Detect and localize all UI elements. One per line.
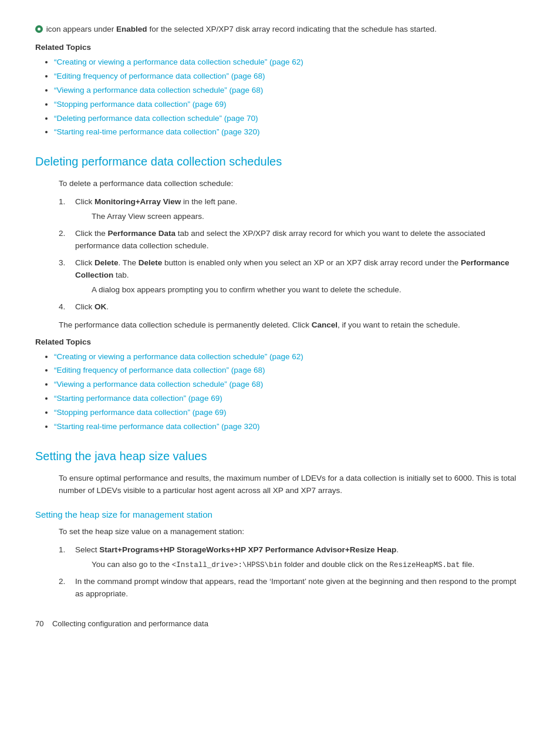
step-3-bold2: Delete <box>139 258 163 267</box>
related-link[interactable]: “Creating or viewing a performance data … <box>54 352 303 361</box>
section-java-heading: Setting the java heap size values <box>35 447 525 465</box>
related-link[interactable]: “Deleting performance data collection sc… <box>54 114 258 123</box>
footer-row: 70 Collecting configuration and performa… <box>35 618 525 630</box>
step-1-bold: Monitoring+Array View <box>95 197 181 206</box>
section-java-intro: To ensure optimal performance and result… <box>59 472 525 497</box>
related-link[interactable]: “Starting performance data collection” (… <box>54 394 222 403</box>
section-delete: Deleting performance data collection sch… <box>35 153 525 331</box>
related-topics-header-2: Related Topics <box>35 336 525 349</box>
green-circle-icon <box>35 25 43 33</box>
intro-paragraph: icon appears under Enabled for the selec… <box>35 23 525 36</box>
list-item: “Creating or viewing a performance data … <box>54 56 525 69</box>
section-java: Setting the java heap size values To ens… <box>35 447 525 600</box>
delete-conclusion: The performance data collection schedule… <box>59 319 525 332</box>
section-delete-heading: Deleting performance data collection sch… <box>35 153 525 171</box>
heap-step-2: In the command prompt window that appear… <box>59 576 525 600</box>
heap-step-2-text: In the command prompt window that appear… <box>75 577 516 598</box>
conclusion-bold-cancel: Cancel <box>312 320 338 329</box>
related-link[interactable]: “Viewing a performance data collection s… <box>54 86 263 94</box>
related-link[interactable]: “Editing frequency of performance data c… <box>54 366 265 374</box>
step-1: Click Monitoring+Array View in the left … <box>59 196 525 223</box>
list-item: “Viewing a performance data collection s… <box>54 379 525 391</box>
step-1-sub: The Array View screen appears. <box>92 211 525 223</box>
related-topics-header-1: Related Topics <box>35 42 525 54</box>
related-topics-section-1: Related Topics “Creating or viewing a pe… <box>35 42 525 139</box>
related-list-1: “Creating or viewing a performance data … <box>35 56 525 139</box>
step-3-bold1: Delete <box>95 258 119 267</box>
step-2-text: Click the Performance Data tab and selec… <box>75 229 485 250</box>
step-4-text: Click OK. <box>75 302 109 311</box>
list-item: “Starting real-time performance data col… <box>54 126 525 139</box>
heap-step-1: Select Start+Programs+HP StorageWorks+HP… <box>59 544 525 571</box>
intro-text-after: for the selected XP/XP7 disk array recor… <box>147 25 437 33</box>
list-item: “Stopping performance data collection” (… <box>54 99 525 111</box>
intro-bold-enabled: Enabled <box>116 25 147 33</box>
step-1-text: Click Monitoring+Array View in the left … <box>75 197 237 206</box>
step-3-text: Click Delete. The Delete button is enabl… <box>75 258 509 279</box>
heap-step-1-text: Select Start+Programs+HP StorageWorks+HP… <box>75 545 399 554</box>
heap-step-1-bold: Start+Programs+HP StorageWorks+HP XP7 Pe… <box>99 545 396 554</box>
page-number-value: 70 <box>35 619 43 628</box>
list-item: “Viewing a performance data collection s… <box>54 85 525 97</box>
list-item: “Starting performance data collection” (… <box>54 393 525 405</box>
heap-step-1-sub: You can also go to the <Install_drive>:\… <box>92 559 525 571</box>
list-item: “Creating or viewing a performance data … <box>54 351 525 363</box>
list-item: “Editing frequency of performance data c… <box>54 364 525 377</box>
section-delete-intro: To delete a performance data collection … <box>59 178 525 190</box>
intro-text-before-bold: icon appears under <box>46 25 116 33</box>
related-link[interactable]: “Starting real-time performance data col… <box>54 422 259 431</box>
conclusion-text: The performance data collection schedule… <box>59 320 460 329</box>
related-topics-section-2: Related Topics “Creating or viewing a pe… <box>35 336 525 433</box>
footer-text: Collecting configuration and performance… <box>52 619 208 628</box>
list-item: “Starting real-time performance data col… <box>54 421 525 433</box>
related-link[interactable]: “Creating or viewing a performance data … <box>54 58 303 66</box>
steps-list-delete: Click Monitoring+Array View in the left … <box>59 196 525 313</box>
step-3-sub: A dialog box appears prompting you to co… <box>92 284 525 296</box>
subsection-heap-heading: Setting the heap size for management sta… <box>35 508 525 521</box>
code-install-drive: <Install_drive>:\HPSS\bin <box>172 561 282 569</box>
step-2: Click the Performance Data tab and selec… <box>59 228 525 252</box>
related-link[interactable]: “Stopping performance data collection” (… <box>54 100 226 109</box>
related-link[interactable]: “Stopping performance data collection” (… <box>54 408 226 417</box>
related-link[interactable]: “Starting real-time performance data col… <box>54 127 259 136</box>
step-3: Click Delete. The Delete button is enabl… <box>59 257 525 296</box>
related-list-2: “Creating or viewing a performance data … <box>35 351 525 434</box>
page-number: 70 Collecting configuration and performa… <box>35 618 208 630</box>
subsection-heap: Setting the heap size for management sta… <box>35 508 525 600</box>
related-link[interactable]: “Viewing a performance data collection s… <box>54 380 263 389</box>
step-4: Click OK. <box>59 301 525 313</box>
related-link[interactable]: “Editing frequency of performance data c… <box>54 72 265 80</box>
subsection-heap-intro: To set the heap size value on a manageme… <box>59 526 525 538</box>
step-2-bold: Performance Data <box>108 229 176 238</box>
list-item: “Deleting performance data collection sc… <box>54 113 525 125</box>
steps-list-heap: Select Start+Programs+HP StorageWorks+HP… <box>59 544 525 600</box>
step-4-bold: OK <box>95 302 106 311</box>
code-bat-file: ResizeHeapMS.bat <box>390 561 460 569</box>
page-content: icon appears under Enabled for the selec… <box>35 23 525 630</box>
list-item: “Editing frequency of performance data c… <box>54 70 525 83</box>
list-item: “Stopping performance data collection” (… <box>54 407 525 419</box>
